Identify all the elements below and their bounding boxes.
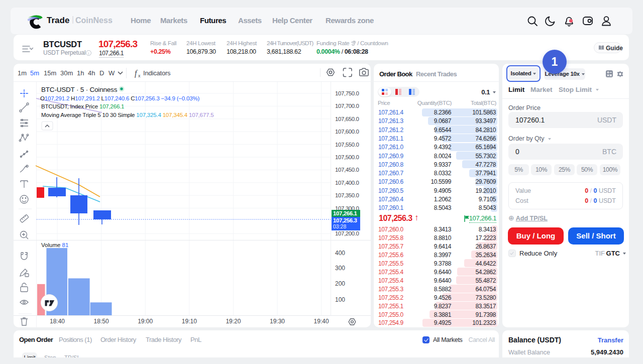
svg-text:300: 300: [335, 265, 345, 272]
svg-text:19:10: 19:10: [182, 318, 197, 325]
svg-text:18:40: 18:40: [50, 318, 65, 325]
svg-text:107,600.0: 107,600.0: [335, 129, 359, 135]
svg-text:x: x: [138, 73, 141, 78]
svg-text:Moving Average Triple 5 10 30: Moving Average Triple 5 10 30 Simple 107…: [41, 112, 213, 118]
svg-text:400: 400: [335, 250, 345, 257]
svg-text:107,750.0: 107,750.0: [335, 90, 359, 96]
svg-text:107,700.0: 107,700.0: [335, 103, 359, 109]
svg-text:100: 100: [335, 296, 345, 303]
svg-text:O107,291.2 H107,291.2 L107,240: O107,291.2 H107,291.2 L107,240.6 C107,25…: [40, 95, 199, 101]
svg-text:107,450.0: 107,450.0: [335, 167, 359, 173]
svg-text:107,266.1: 107,266.1: [333, 210, 358, 216]
svg-text:BTC-USDT · 5 · Coinness: BTC-USDT · 5 · Coinness: [41, 86, 118, 93]
svg-text:19:00: 19:00: [138, 318, 153, 325]
svg-text:03:28: 03:28: [333, 223, 346, 229]
svg-text:107,350.0: 107,350.0: [335, 192, 359, 198]
svg-text:BTCUSDT, Index Price 107,266.: BTCUSDT, Index Price 107,266.1: [41, 103, 124, 109]
svg-text:W: W: [109, 69, 115, 77]
svg-text:107,256.3: 107,256.3: [333, 217, 357, 223]
svg-text:19:30: 19:30: [270, 318, 285, 325]
svg-text:107,400.0: 107,400.0: [335, 180, 359, 186]
svg-text:107,200.0: 107,200.0: [335, 230, 359, 236]
svg-text:D: D: [99, 69, 104, 77]
svg-text:Indicators: Indicators: [143, 69, 171, 77]
svg-text:107,500.0: 107,500.0: [335, 154, 359, 160]
svg-text:5m: 5m: [30, 69, 39, 77]
svg-text:30m: 30m: [60, 69, 73, 77]
svg-text:18:50: 18:50: [94, 318, 109, 325]
svg-text:f: f: [135, 69, 138, 78]
svg-text:4h: 4h: [88, 69, 95, 77]
svg-text:107,550.0: 107,550.0: [335, 142, 359, 148]
svg-text:200: 200: [335, 280, 345, 287]
svg-text:1h: 1h: [77, 69, 84, 77]
svg-text:107,650.0: 107,650.0: [335, 116, 359, 122]
svg-text:1m: 1m: [18, 69, 27, 77]
svg-text:15m: 15m: [44, 69, 56, 77]
svg-text:Volume 81: Volume 81: [41, 242, 68, 248]
svg-text:19:20: 19:20: [226, 318, 241, 325]
svg-text:19:40: 19:40: [314, 318, 329, 325]
